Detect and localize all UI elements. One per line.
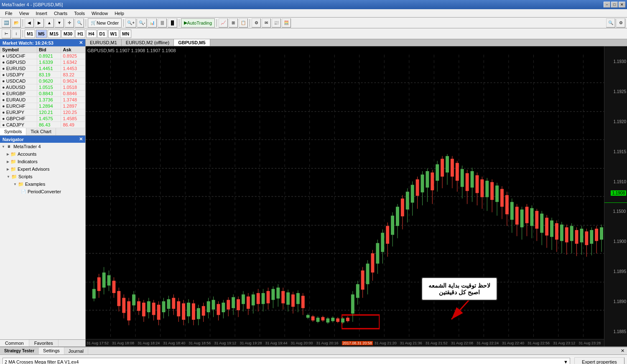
tab-journal[interactable]: Journal (64, 348, 88, 354)
crosshair-btn[interactable]: ✛ (65, 18, 74, 28)
svg-rect-191 (490, 182, 494, 200)
open-btn[interactable]: 📂 (12, 18, 21, 28)
menu-insert[interactable]: Insert (32, 10, 51, 17)
svg-rect-147 (381, 233, 384, 252)
market-watch-row[interactable]: ● EURCHF 1.2894 1.2897 (0, 103, 85, 109)
svg-rect-157 (406, 192, 409, 210)
svg-rect-205 (525, 207, 529, 223)
bar-chart[interactable]: ||| (158, 18, 167, 28)
market-watch-row[interactable]: ● AUDUSD 1.0515 1.0518 (0, 84, 85, 91)
tf-m15[interactable]: M15 (48, 30, 61, 38)
minimize-button[interactable]: − (604, 2, 610, 8)
tab-symbols[interactable]: Symbols (0, 128, 26, 135)
market-watch-row[interactable]: ● EURUSD 1.4451 1.4453 (0, 66, 85, 72)
svg-rect-213 (545, 218, 548, 236)
tab-gbpusd-m5[interactable]: GBPUSD,M5 (174, 39, 210, 46)
tf-w1[interactable]: W1 (108, 30, 120, 38)
expand-indicators-icon: ▶ (7, 160, 9, 164)
market-watch-row[interactable]: ● EURAUD 1.3736 1.3748 (0, 97, 85, 103)
new-order-button[interactable]: 🛒 New Order (88, 18, 122, 28)
fwd-btn[interactable]: ▶ (35, 18, 44, 28)
nav-scripts-label: Scripts (18, 174, 33, 179)
tab-settings[interactable]: Settings (39, 347, 64, 354)
row-bid: 120.21 (37, 109, 61, 116)
nav-scripts[interactable]: ▼ 📁 Scripts (0, 173, 85, 180)
market-watch-row[interactable]: ● EURJPY 120.21 120.25 (0, 109, 85, 116)
row-symbol: ● EURCHF (0, 103, 37, 109)
svg-rect-125 (326, 318, 329, 323)
tab-common[interactable]: Common (0, 340, 29, 346)
market-watch-close-icon[interactable]: ✕ (79, 40, 83, 46)
tf-h1[interactable]: H1 (75, 30, 85, 38)
tf-m30[interactable]: M30 (61, 30, 74, 38)
indicators-btn[interactable]: 📈 (219, 18, 228, 28)
market-watch-row[interactable]: ● USDCAD 0.9620 0.9624 (0, 78, 85, 84)
navigator-header[interactable]: Navigator ✕ (0, 136, 85, 143)
settings-btn[interactable]: ⚙ (616, 18, 625, 28)
search-btn[interactable]: 🔍 (606, 18, 615, 28)
restore-button[interactable]: □ (611, 2, 618, 8)
nav-accounts[interactable]: ▶ 📁 Accounts (0, 150, 85, 158)
nav-indicators[interactable]: ▶ 📁 Indicators (0, 158, 85, 165)
market-watch-row[interactable]: ● USDJPY 83.19 83.22 (0, 72, 85, 78)
menu-file[interactable]: File (2, 10, 16, 17)
zoom-in-btn[interactable]: 🔍 (75, 18, 84, 28)
nav-examples[interactable]: ▼ 📁 Examples (0, 180, 85, 188)
market-watch-row[interactable]: ● GBPUSD 1.6339 1.6342 (0, 59, 85, 66)
tab-tick-chart[interactable]: Tick Chart (26, 128, 56, 135)
svg-rect-101 (267, 291, 270, 303)
close-button[interactable]: ✕ (619, 2, 625, 8)
line-tool[interactable]: ⊢ (2, 29, 11, 38)
right-buttons: Expert properties (574, 357, 624, 364)
tf-m1[interactable]: M1 (25, 30, 35, 38)
tf-mn[interactable]: MN (120, 30, 131, 38)
nav-root[interactable]: ▼ 🖥 MetaTrader 4 (0, 143, 85, 150)
folder-scripts-icon: 📁 (11, 173, 18, 180)
autotrading-button[interactable]: ▶ AutoTrading (181, 18, 215, 28)
calc-btn[interactable]: 🧮 (282, 18, 291, 28)
menu-tools[interactable]: Tools (71, 10, 88, 17)
news-btn[interactable]: 📰 (272, 18, 281, 28)
menu-window[interactable]: Window (88, 10, 111, 17)
menu-help[interactable]: Help (111, 10, 127, 17)
up-btn[interactable]: ▲ (45, 18, 54, 28)
cursor-tool[interactable]: ↕ (12, 29, 21, 38)
tab-eurusd-m2[interactable]: EURUSD,M2 (offline) (122, 39, 174, 46)
chart-zoom-out[interactable]: 🔍- (137, 18, 147, 28)
svg-rect-87 (232, 297, 235, 308)
new-btn1[interactable]: 🆕 (2, 18, 11, 28)
ea-dropdown[interactable]: 2 MA Crosses Mega filter EA V1.ex4 ▼ (3, 358, 570, 364)
row-symbol: ● EURUSD (0, 66, 37, 72)
tf-h4[interactable]: H4 (86, 30, 96, 38)
tf-d1[interactable]: D1 (97, 30, 107, 38)
nav-expert-advisors[interactable]: ▶ 📁 Expert Advisors (0, 165, 85, 173)
tf-m5[interactable]: M5 (36, 30, 46, 38)
candle-chart-btn[interactable]: ▐▌ (168, 18, 177, 28)
market-watch-row[interactable]: ● CADJPY 86.43 86.49 (0, 122, 85, 128)
svg-rect-43 (122, 298, 125, 313)
candle-chart[interactable] (86, 55, 604, 339)
period-sep-btn[interactable]: ⊞ (229, 18, 238, 28)
tab-favorites[interactable]: Favorites (29, 340, 59, 346)
nav-period-converter[interactable]: 📄 PeriodConverter (0, 188, 85, 195)
down-btn[interactable]: ▼ (55, 18, 64, 28)
row-bid: 0.8843 (37, 91, 61, 97)
price-1895: 1.1895 (613, 269, 626, 274)
navigator-close-icon[interactable]: ✕ (79, 136, 83, 142)
menu-view[interactable]: View (16, 10, 33, 17)
sep4 (179, 19, 179, 27)
market-watch-row[interactable]: ● GBPCHF 1.4575 1.4585 (0, 116, 85, 122)
templates-btn[interactable]: 📋 (239, 18, 248, 28)
row-bid: 1.3736 (37, 97, 61, 103)
back-btn[interactable]: ◀ (25, 18, 34, 28)
tester-close-button[interactable]: ✕ (618, 348, 627, 354)
chart-type[interactable]: 📊 (148, 18, 157, 28)
market-watch-row[interactable]: ● EURGBP 0.8843 0.8846 (0, 91, 85, 97)
market-watch-row[interactable]: ● USDCHF 0.8921 0.8925 (0, 53, 85, 59)
tab-eurusd-m1[interactable]: EURUSD,M1 (86, 39, 122, 46)
mail-btn[interactable]: ✉ (262, 18, 271, 28)
menu-charts[interactable]: Charts (51, 10, 71, 17)
more-btn[interactable]: ⚙ (252, 18, 261, 28)
expert-properties-button[interactable]: Expert properties (574, 357, 624, 364)
chart-zoom-in[interactable]: 🔍+ (125, 18, 136, 28)
